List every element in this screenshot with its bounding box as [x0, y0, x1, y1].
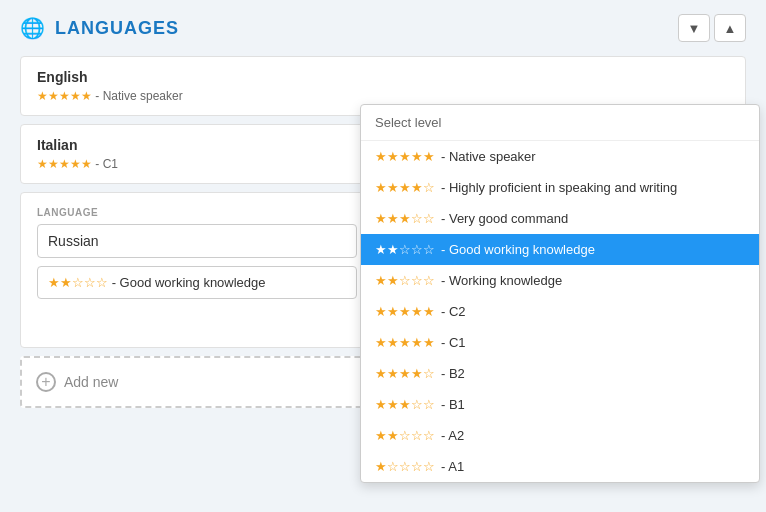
dropdown-item[interactable]: ★★☆☆☆ - Working knowledge [361, 265, 759, 296]
dropdown-item[interactable]: ★★★★☆ - B2 [361, 358, 759, 389]
nav-down-button[interactable]: ▼ [678, 14, 710, 42]
item-label: - A2 [441, 428, 464, 443]
header-buttons: ▼ ▲ [678, 14, 746, 42]
item-label: - Good working knowledge [441, 242, 595, 257]
dropdown-list: ★★★★★ - Native speaker★★★★☆ - Highly pro… [361, 141, 759, 482]
section-title: LANGUAGES [55, 18, 179, 39]
item-stars: ★★☆☆☆ [375, 273, 435, 288]
language-name-english: English [37, 69, 729, 85]
item-stars: ★★★★☆ [375, 366, 435, 381]
item-label: - Native speaker [441, 149, 536, 164]
item-label: - B1 [441, 397, 465, 412]
item-stars: ★★★★★ [375, 149, 435, 164]
item-label: - C2 [441, 304, 466, 319]
item-label: - Working knowledge [441, 273, 562, 288]
section-title-area: 🌐 LANGUAGES [20, 16, 179, 40]
language-level-english: ★★★★★ - Native speaker [37, 89, 729, 103]
add-icon: + [36, 372, 56, 392]
content-area: English ★★★★★ - Native speaker Italian ★… [0, 56, 766, 408]
level-display-text: - Good working knowledge [112, 275, 266, 290]
item-stars: ★★★☆☆ [375, 211, 435, 226]
dropdown-item[interactable]: ★★☆☆☆ - Good working knowledge [361, 234, 759, 265]
dropdown-item[interactable]: ★★★★★ - C2 [361, 296, 759, 327]
dropdown-item[interactable]: ★★★★★ - Native speaker [361, 141, 759, 172]
language-input[interactable] [37, 224, 357, 258]
dropdown-item[interactable]: ★★★☆☆ - Very good command [361, 203, 759, 234]
page-container: 🌐 LANGUAGES ▼ ▲ English ★★★★★ - Native s… [0, 0, 766, 512]
item-stars: ★★☆☆☆ [375, 428, 435, 443]
item-label: - B2 [441, 366, 465, 381]
dropdown-item[interactable]: ★★☆☆☆ - A2 [361, 420, 759, 451]
dropdown-item[interactable]: ★★★★☆ - Highly proficient in speaking an… [361, 172, 759, 203]
level-display[interactable]: ★★☆☆☆ - Good working knowledge [37, 266, 357, 299]
item-stars: ★★☆☆☆ [375, 242, 435, 257]
stars-english: ★★★★★ [37, 89, 92, 103]
item-stars: ★★★★★ [375, 304, 435, 319]
dropdown-item[interactable]: ★★★★★ - C1 [361, 327, 759, 358]
item-label: - A1 [441, 459, 464, 474]
item-label: - Highly proficient in speaking and writ… [441, 180, 677, 195]
item-stars: ★★★★★ [375, 335, 435, 350]
level-text-english: - Native speaker [95, 89, 182, 103]
level-display-stars: ★★☆☆☆ [48, 275, 108, 290]
item-label: - C1 [441, 335, 466, 350]
section-header: 🌐 LANGUAGES ▼ ▲ [0, 0, 766, 56]
dropdown-item[interactable]: ★★★☆☆ - B1 [361, 389, 759, 420]
stars-italian: ★★★★★ [37, 157, 92, 171]
add-new-label: Add new [64, 374, 118, 390]
item-stars: ★★★★☆ [375, 180, 435, 195]
item-stars: ★★★☆☆ [375, 397, 435, 412]
dropdown-container: Select level ★★★★★ - Native speaker★★★★☆… [360, 104, 760, 483]
level-text-italian: - C1 [95, 157, 118, 171]
dropdown-header: Select level [361, 105, 759, 141]
globe-icon: 🌐 [20, 16, 45, 40]
item-stars: ★☆☆☆☆ [375, 459, 435, 474]
item-label: - Very good command [441, 211, 568, 226]
dropdown-item[interactable]: ★☆☆☆☆ - A1 [361, 451, 759, 482]
nav-up-button[interactable]: ▲ [714, 14, 746, 42]
